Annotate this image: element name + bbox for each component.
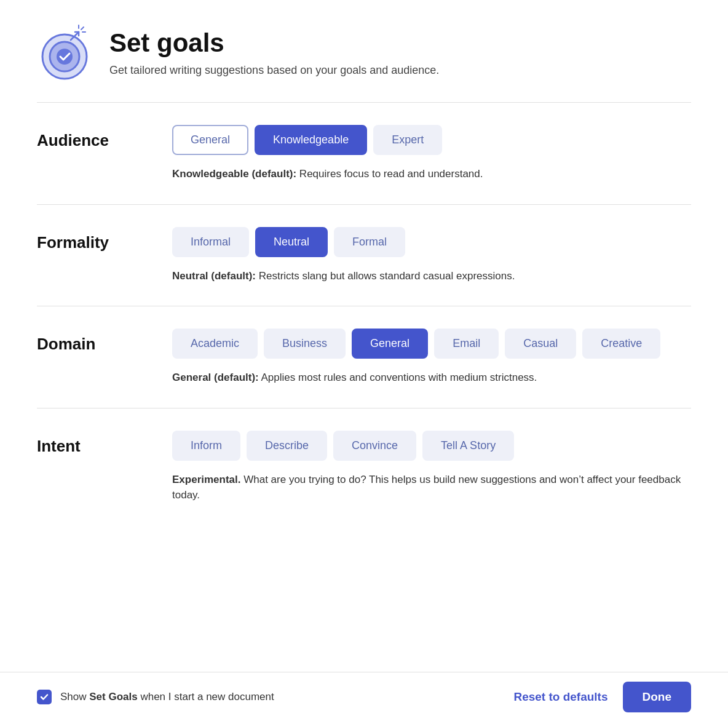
- audience-desc-text: Requires focus to read and understand.: [296, 168, 483, 180]
- formality-btn-neutral[interactable]: Neutral: [255, 227, 328, 257]
- show-goals-checkbox[interactable]: [37, 690, 52, 704]
- domain-btn-creative[interactable]: Creative: [582, 329, 660, 359]
- intent-description: Experimental. What are you trying to do?…: [172, 472, 691, 503]
- formality-section: Formality Informal Neutral Formal Neutra…: [37, 227, 691, 284]
- domain-btn-academic[interactable]: Academic: [172, 329, 258, 359]
- intent-btn-describe[interactable]: Describe: [247, 431, 327, 461]
- formality-content: Informal Neutral Formal Neutral (default…: [172, 227, 691, 284]
- intent-button-group: Inform Describe Convince Tell A Story: [172, 431, 691, 461]
- intent-desc-strong: Experimental.: [172, 474, 241, 485]
- domain-btn-general[interactable]: General: [352, 329, 428, 359]
- audience-btn-expert[interactable]: Expert: [373, 125, 442, 155]
- target-icon: [37, 25, 92, 80]
- formality-button-group: Informal Neutral Formal: [172, 227, 691, 257]
- audience-btn-knowledgeable[interactable]: Knowledgeable: [255, 125, 367, 155]
- divider-1: [37, 102, 691, 103]
- audience-section: Audience General Knowledgeable Expert Kn…: [37, 125, 691, 182]
- formality-description: Neutral (default): Restricts slang but a…: [172, 268, 691, 284]
- audience-description: Knowledgeable (default): Requires focus …: [172, 166, 691, 182]
- show-goals-label: Show Set Goals when I start a new docume…: [60, 691, 274, 703]
- footer-right: Reset to defaults Done: [513, 682, 691, 712]
- audience-label: Audience: [37, 125, 135, 150]
- audience-content: General Knowledgeable Expert Knowledgeab…: [172, 125, 691, 182]
- show-goals-bold: Set Goals: [89, 691, 137, 703]
- show-goals-prefix: Show: [60, 691, 89, 703]
- audience-button-group: General Knowledgeable Expert: [172, 125, 691, 155]
- domain-desc-strong: General (default):: [172, 372, 259, 383]
- domain-button-group: Academic Business General Email Casual C…: [172, 329, 691, 359]
- svg-point-4: [57, 49, 73, 65]
- svg-line-8: [81, 27, 84, 30]
- intent-btn-inform[interactable]: Inform: [172, 431, 240, 461]
- formality-btn-formal[interactable]: Formal: [334, 227, 405, 257]
- intent-section: Intent Inform Describe Convince Tell A S…: [37, 431, 691, 503]
- reset-button[interactable]: Reset to defaults: [513, 690, 607, 704]
- domain-label: Domain: [37, 329, 135, 354]
- show-goals-suffix: when I start a new document: [138, 691, 274, 703]
- audience-btn-general[interactable]: General: [172, 125, 248, 155]
- footer: Show Set Goals when I start a new docume…: [0, 672, 728, 721]
- formality-label: Formality: [37, 227, 135, 252]
- page-header: Set goals Get tailored writing suggestio…: [37, 25, 691, 80]
- formality-btn-informal[interactable]: Informal: [172, 227, 249, 257]
- domain-content: Academic Business General Email Casual C…: [172, 329, 691, 386]
- intent-btn-tell-a-story[interactable]: Tell A Story: [422, 431, 514, 461]
- intent-label: Intent: [37, 431, 135, 456]
- page-title: Set goals: [109, 28, 439, 58]
- domain-desc-text: Applies most rules and conventions with …: [259, 372, 537, 383]
- domain-btn-casual[interactable]: Casual: [505, 329, 576, 359]
- audience-desc-strong: Knowledgeable (default):: [172, 168, 296, 180]
- domain-section: Domain Academic Business General Email C…: [37, 329, 691, 386]
- page-subtitle: Get tailored writing suggestions based o…: [109, 64, 439, 77]
- domain-btn-business[interactable]: Business: [264, 329, 346, 359]
- footer-left: Show Set Goals when I start a new docume…: [37, 690, 274, 704]
- formality-desc-text: Restricts slang but allows standard casu…: [256, 270, 515, 282]
- divider-3: [37, 306, 691, 306]
- intent-desc-text: What are you trying to do? This helps us…: [172, 474, 681, 501]
- domain-description: General (default): Applies most rules an…: [172, 370, 691, 386]
- done-button[interactable]: Done: [623, 682, 692, 712]
- intent-btn-convince[interactable]: Convince: [333, 431, 416, 461]
- divider-2: [37, 204, 691, 205]
- divider-4: [37, 408, 691, 408]
- header-text: Set goals Get tailored writing suggestio…: [109, 28, 439, 77]
- intent-content: Inform Describe Convince Tell A Story Ex…: [172, 431, 691, 503]
- formality-desc-strong: Neutral (default):: [172, 270, 256, 282]
- domain-btn-email[interactable]: Email: [434, 329, 499, 359]
